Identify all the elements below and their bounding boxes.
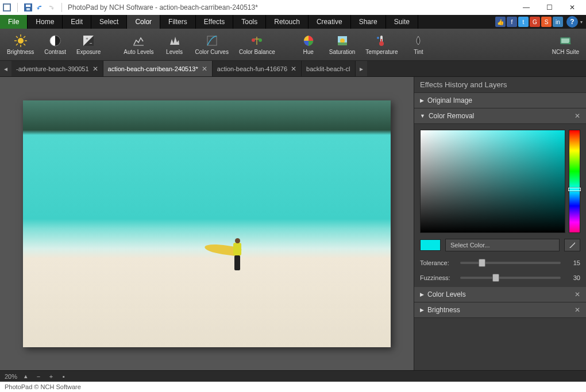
svg-point-5 [18,38,24,44]
svg-line-13 [24,36,25,38]
tolerance-slider[interactable] [460,262,561,264]
fuzziness-label: Fuzziness: [420,274,454,281]
stumble-icon[interactable]: S [541,17,552,27]
tool-hue[interactable]: Hue [294,30,323,60]
color-removal-body: Select Color... Tolerance: 15 Fuzziness:… [414,124,586,287]
tool-levels[interactable]: Levels [160,30,190,60]
svg-point-26 [340,38,345,43]
svg-point-31 [377,37,379,39]
maximize-button[interactable]: ☐ [538,0,561,15]
autolevels-icon [132,34,145,48]
help-dropdown-icon[interactable]: ▾ [580,20,583,25]
menu-suite[interactable]: Suite [386,15,418,29]
menu-tools[interactable]: Tools [233,15,266,29]
levels-icon [168,34,182,48]
close-icon[interactable]: ✕ [575,112,580,120]
close-icon[interactable]: ✕ [575,290,580,298]
tab-scroll-left[interactable]: ◂ [0,61,11,76]
svg-line-11 [24,44,25,45]
menu-filters[interactable]: Filters [160,15,196,29]
color-swatch [420,239,441,251]
save-icon[interactable] [24,3,33,12]
tool-colorbalance[interactable]: Color Balance [234,30,280,60]
help-icon[interactable]: ? [566,16,578,28]
close-button[interactable]: ✕ [561,0,584,15]
menu-home[interactable]: Home [28,15,63,29]
zoom-out-button[interactable]: − [34,373,43,380]
slider-thumb[interactable] [479,259,485,267]
fuzziness-value: 30 [566,274,580,281]
tool-autolevels[interactable]: Auto Levels [119,30,158,60]
image-subject [229,238,245,278]
effects-panel: Effects History and Layers ▶Original Ima… [414,77,586,370]
panel-title: Effects History and Layers [414,77,586,93]
close-icon[interactable]: ✕ [92,65,98,73]
tolerance-value: 15 [566,259,580,266]
document-tab[interactable]: action-beach-fun-416676✕ [213,61,302,76]
twitter-icon[interactable]: t [518,17,529,27]
close-icon[interactable]: ✕ [291,65,296,73]
thumbsup-icon[interactable]: 👍 [495,17,506,27]
tool-tint[interactable]: Tint [403,30,433,60]
menu-file[interactable]: File [0,15,28,29]
google-icon[interactable]: G [530,17,540,27]
svg-text:+: + [86,36,88,41]
zoom-fit-button[interactable]: ▴ [22,372,30,380]
svg-point-23 [259,38,262,42]
menu-creative[interactable]: Creative [309,15,351,29]
tool-saturation[interactable]: Saturation [325,30,360,60]
tool-nch-suite[interactable]: NCH Suite [548,30,584,60]
document-tab[interactable]: backlit-beach-cl [302,61,355,76]
tool-temperature[interactable]: Temperature [361,30,402,60]
color-field[interactable] [420,130,565,233]
zoom-level: 20% [5,373,17,380]
document-tab[interactable]: -adventure-beach-390051✕ [11,61,103,76]
section-brightness[interactable]: ▶Brightness✕ [414,302,586,318]
contrast-icon [48,34,62,48]
tool-colorcurves[interactable]: Color Curves [191,30,233,60]
section-color-levels[interactable]: ▶Color Levels✕ [414,287,586,302]
redo-icon[interactable] [47,3,56,12]
menu-select[interactable]: Select [91,15,127,29]
tool-contrast[interactable]: Contrast [40,30,71,60]
fuzziness-slider[interactable] [460,277,561,279]
facebook-icon[interactable]: f [507,17,517,27]
menu-retouch[interactable]: Retouch [266,15,309,29]
tool-exposure[interactable]: +− Exposure [72,30,105,60]
svg-rect-30 [381,39,382,44]
undo-icon[interactable] [35,3,44,12]
slider-thumb[interactable] [492,274,499,282]
tab-scroll-right[interactable]: ▸ [356,61,367,76]
menu-edit[interactable]: Edit [63,15,91,29]
document-tab[interactable]: action-beach-carribean-240513*✕ [103,61,213,76]
select-color-button[interactable]: Select Color... [445,239,560,251]
colorcurves-icon [205,34,219,48]
app-icon[interactable] [2,3,11,12]
zoom-bar: 20% ▴ − + ▪ [0,370,586,382]
zoom-actual-button[interactable]: ▪ [60,373,68,380]
section-color-removal[interactable]: ▼Color Removal✕ [414,108,586,124]
eyedropper-button[interactable] [564,239,580,251]
tolerance-label: Tolerance: [420,259,454,266]
section-original-image[interactable]: ▶Original Image [414,93,586,108]
hue-thumb[interactable] [568,188,581,191]
svg-text:−: − [90,41,92,46]
close-icon[interactable]: ✕ [202,65,207,73]
tint-icon [411,34,425,48]
window-title: PhotoPad by NCH Software - action-beach-… [68,3,258,11]
menu-effects[interactable]: Effects [196,15,233,29]
svg-rect-3 [26,5,30,7]
zoom-in-button[interactable]: + [47,373,55,380]
tool-brightness[interactable]: Brightness [2,30,38,60]
linkedin-icon[interactable]: in [553,17,563,27]
canvas-area[interactable] [0,77,414,370]
chevron-down-icon: ▼ [420,113,425,119]
svg-line-10 [16,36,18,38]
minimize-button[interactable]: — [515,0,538,15]
close-icon[interactable]: ✕ [575,306,580,314]
menu-share[interactable]: Share [351,15,386,29]
menu-color[interactable]: Color [127,15,160,29]
hue-slider[interactable] [569,130,580,233]
image-canvas[interactable] [23,100,391,347]
exposure-icon: +− [82,34,95,48]
